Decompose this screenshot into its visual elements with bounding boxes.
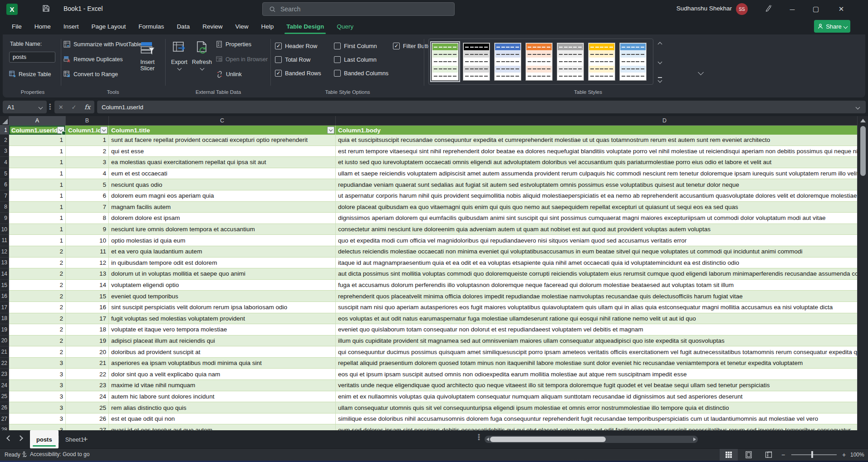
expand-formula-bar-icon[interactable] <box>856 105 860 110</box>
cell[interactable]: magnam facilis autem <box>109 202 336 213</box>
cell[interactable]: itaque id aut magnampraesentium quia et … <box>336 258 868 269</box>
cell[interactable]: 1 <box>9 235 66 246</box>
row-number[interactable]: 8 <box>0 202 9 213</box>
option-last-column[interactable]: Last Column <box>334 53 389 66</box>
row-number[interactable]: 11 <box>0 235 9 246</box>
filter-button[interactable] <box>57 126 64 134</box>
option-banded-columns[interactable]: Banded Columns <box>334 66 389 80</box>
row-number[interactable]: 16 <box>0 291 9 302</box>
cell[interactable]: 3 <box>66 157 109 168</box>
header-cell-Column1.id[interactable]: Column1.id <box>66 126 109 135</box>
close-button[interactable]: ✕ <box>831 0 852 18</box>
ribbon-tab-file[interactable]: File <box>5 18 28 34</box>
cell[interactable]: ullam et saepe reiciendis voluptatem adi… <box>336 168 868 180</box>
cell[interactable]: quia et suscipitsuscipit recusandae cons… <box>336 135 868 146</box>
cell[interactable]: 2 <box>9 258 66 269</box>
restore-button[interactable]: ▢ <box>805 0 826 18</box>
cell[interactable]: 1 <box>9 146 66 157</box>
cell[interactable]: ut aspernatur corporis harum nihil quis … <box>336 190 868 202</box>
row-number[interactable]: 13 <box>0 258 9 269</box>
cell[interactable]: dolor sint quo a velit explicabo quia na… <box>109 369 336 380</box>
normal-view-button[interactable] <box>720 449 738 461</box>
cell[interactable]: dolore placeat quibusdam ea quo vitaemag… <box>336 202 868 213</box>
table-style-orange[interactable] <box>525 43 553 81</box>
cell[interactable]: similique esse doloribus nihil accusamus… <box>336 413 868 425</box>
ribbon-tab-formulas[interactable]: Formulas <box>132 18 170 34</box>
row-number[interactable]: 4 <box>0 157 9 168</box>
column-header-B[interactable]: B <box>66 116 109 125</box>
cell[interactable]: quasi id et eos tenetur aut quo autem <box>109 424 336 430</box>
cell[interactable]: voluptate et itaque vero tempora molesti… <box>109 324 336 336</box>
save-icon[interactable] <box>42 5 50 12</box>
cell[interactable]: aut dicta possimus sint mollitia volupta… <box>336 268 868 280</box>
cell[interactable]: eum sed dolores ipsam sint possimus debi… <box>336 424 868 430</box>
scroll-up-icon[interactable] <box>860 119 866 122</box>
column-header-A[interactable]: A <box>9 116 66 125</box>
row-number[interactable]: 25 <box>0 391 9 403</box>
cell[interactable]: asperiores ea ipsam voluptatibus modi mi… <box>109 358 336 369</box>
row-number[interactable]: 3 <box>0 146 9 157</box>
row-number[interactable]: 27 <box>0 413 9 425</box>
minimize-button[interactable]: ─ <box>782 0 803 18</box>
row-number[interactable]: 10 <box>0 224 9 235</box>
ribbon-tab-query[interactable]: Query <box>330 18 360 34</box>
row-number[interactable]: 6 <box>0 179 9 190</box>
row-number[interactable]: 1 <box>0 126 9 135</box>
cell[interactable]: veritatis unde neque eligendiquae quod a… <box>336 380 868 391</box>
cell[interactable]: 2 <box>9 268 66 280</box>
header-cell-Column1.body[interactable]: Column1.body <box>336 126 868 135</box>
cell[interactable]: 3 <box>9 380 66 391</box>
cell[interactable]: 7 <box>66 202 109 213</box>
cell[interactable]: 1 <box>9 213 66 224</box>
cell[interactable]: 3 <box>9 424 66 430</box>
cell[interactable]: 2 <box>9 346 66 358</box>
cell[interactable]: 1 <box>9 190 66 202</box>
ribbon-tab-home[interactable]: Home <box>28 18 57 34</box>
option-first-column[interactable]: First Column <box>334 39 389 53</box>
cell[interactable]: 1 <box>9 157 66 168</box>
cell[interactable]: 24 <box>66 391 109 403</box>
resize-table-button[interactable]: Resize Table <box>9 71 51 78</box>
cell[interactable]: 23 <box>66 380 109 391</box>
cell[interactable]: sint suscipit perspiciatis velit dolorum… <box>109 302 336 313</box>
ribbon-tab-table-design[interactable]: Table Design <box>280 18 330 34</box>
row-number[interactable]: 14 <box>0 268 9 280</box>
cell[interactable]: 3 <box>9 358 66 369</box>
row-number[interactable]: 22 <box>0 358 9 369</box>
gallery-scroll-down-icon[interactable] <box>656 58 663 65</box>
cell[interactable]: 27 <box>66 424 109 430</box>
export-button[interactable]: Export <box>169 38 190 83</box>
option-total-row[interactable]: Total Row <box>275 53 330 66</box>
table-style-gray[interactable] <box>557 43 584 81</box>
zoom-in-button[interactable]: + <box>842 451 846 458</box>
cell[interactable]: 8 <box>66 213 109 224</box>
zoom-slider-thumb[interactable] <box>811 451 813 458</box>
cell[interactable]: sunt aut facere repellat provident occae… <box>109 135 336 146</box>
cell[interactable]: 3 <box>9 369 66 380</box>
cell[interactable]: et iusto sed quo iurevoluptatem occaecat… <box>336 157 868 168</box>
cell[interactable]: dolorum ut in voluptas mollitia et saepe… <box>109 268 336 280</box>
cell[interactable]: ullam consequatur utomnis quis sit vel c… <box>336 402 868 413</box>
cell[interactable]: eveniet quo quislaborum totam consequatu… <box>336 324 868 336</box>
cell[interactable]: 13 <box>66 268 109 280</box>
table-style-blue[interactable] <box>494 43 521 81</box>
row-number[interactable]: 26 <box>0 402 9 413</box>
new-sheet-button[interactable]: + <box>80 434 91 445</box>
cell[interactable]: 2 <box>9 324 66 336</box>
cell[interactable]: consectetur animi nesciunt iure doloreen… <box>336 224 868 235</box>
filter-button[interactable] <box>327 126 334 134</box>
cell[interactable]: 2 <box>9 302 66 313</box>
cell[interactable]: 3 <box>9 402 66 413</box>
avatar[interactable]: SS <box>736 3 748 15</box>
horizontal-scroll-thumb[interactable] <box>490 437 606 442</box>
excel-app-icon[interactable]: X <box>6 4 18 15</box>
cell[interactable]: 18 <box>66 324 109 336</box>
zoom-slider-track[interactable] <box>791 454 837 455</box>
insert-function-icon[interactable]: fx <box>84 103 90 111</box>
collapse-ribbon-icon[interactable] <box>699 68 703 76</box>
cell[interactable]: 2 <box>66 146 109 157</box>
row-number[interactable]: 5 <box>0 168 9 180</box>
cell[interactable]: autem hic labore sunt dolores incidunt <box>109 391 336 403</box>
cell[interactable]: nesciunt iure omnis dolorem tempora et a… <box>109 224 336 235</box>
formula-bar-grip[interactable]: ••• <box>49 103 51 110</box>
